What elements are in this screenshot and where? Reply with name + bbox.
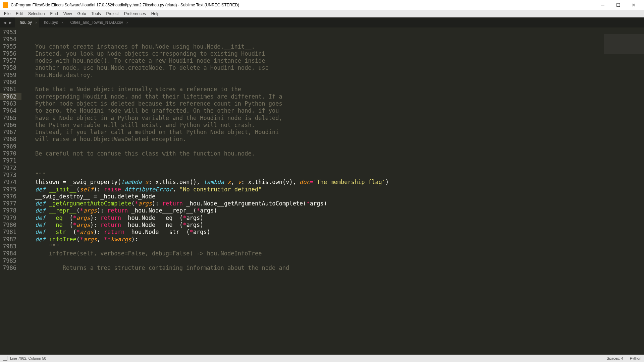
syntax-setting[interactable]: Python: [630, 356, 641, 360]
line-number[interactable]: 7976: [3, 193, 16, 200]
menu-file[interactable]: File: [1, 11, 13, 17]
minimize-button[interactable]: ─: [595, 0, 610, 10]
line-number[interactable]: 7956: [3, 50, 16, 57]
code-line[interactable]: Be careful not to confuse this class wit…: [21, 150, 604, 157]
code-line[interactable]: Python node object is deleted because it…: [21, 100, 604, 107]
menu-edit[interactable]: Edit: [13, 11, 25, 17]
menu-preferences[interactable]: Preferences: [121, 11, 149, 17]
line-number[interactable]: 7974: [3, 179, 16, 186]
line-number[interactable]: 7960: [3, 79, 16, 86]
line-number[interactable]: 7979: [3, 215, 16, 222]
status-panel-icon[interactable]: [3, 356, 7, 361]
line-number-gutter[interactable]: 7953795479557956795779587959796079617962…: [0, 27, 21, 355]
line-number[interactable]: 7970: [3, 150, 16, 157]
code-line[interactable]: corresponding Houdini node, and that the…: [21, 93, 604, 100]
menu-help[interactable]: Help: [149, 11, 162, 17]
menu-view[interactable]: View: [61, 11, 75, 17]
maximize-button[interactable]: ☐: [610, 0, 626, 10]
line-number[interactable]: 7968: [3, 136, 16, 143]
line-number[interactable]: 7973: [3, 172, 16, 179]
tab-close-icon[interactable]: ×: [61, 20, 63, 24]
code-line[interactable]: the Python variable will still exist, an…: [21, 122, 604, 129]
code-line[interactable]: to zero, the Houdini node will be unaffe…: [21, 107, 604, 114]
line-number[interactable]: 7954: [3, 36, 16, 43]
tab-nav-back-icon[interactable]: ◀: [2, 20, 7, 25]
line-number[interactable]: 7972: [3, 165, 16, 172]
code-line[interactable]: [21, 79, 604, 86]
code-line[interactable]: """: [21, 243, 604, 250]
line-number[interactable]: 7977: [3, 200, 16, 207]
code-line[interactable]: will raise a hou.ObjectWasDeleted except…: [21, 136, 604, 143]
tab-nav-forward-icon[interactable]: ▶: [7, 20, 13, 25]
code-line[interactable]: def __init__(self): raise AttributeError…: [21, 186, 604, 193]
code-line[interactable]: [21, 157, 604, 164]
code-line[interactable]: infoTree(self, verbose=False, debug=Fals…: [21, 250, 604, 257]
window-controls: ─ ☐ ✕: [595, 0, 641, 10]
line-number[interactable]: 7963: [3, 100, 16, 107]
line-number[interactable]: 7982: [3, 236, 16, 243]
code-line[interactable]: Note that a Node object internally store…: [21, 86, 604, 93]
code-line[interactable]: thisown = _swig_property(lambda x: x.thi…: [21, 179, 604, 186]
menu-project[interactable]: Project: [104, 11, 121, 17]
line-number[interactable]: 7966: [3, 122, 16, 129]
code-line[interactable]: another node, use hou.Node.createNode. T…: [21, 64, 604, 71]
line-number[interactable]: 7985: [3, 257, 16, 264]
line-number[interactable]: 7958: [3, 64, 16, 71]
line-number[interactable]: 7971: [3, 157, 16, 164]
tab-cities-csv[interactable]: Cities_and_Towns_NTAD.csv ×: [66, 17, 130, 27]
line-number[interactable]: 7959: [3, 72, 16, 79]
code-line[interactable]: def _getArgumentAutoComplete(*args): ret…: [21, 200, 604, 207]
line-number[interactable]: 7953: [3, 29, 16, 36]
line-number[interactable]: 7967: [3, 129, 16, 136]
code-line[interactable]: [21, 143, 604, 150]
code-editor[interactable]: You cannot create instances of hou.Node …: [21, 27, 604, 355]
code-line[interactable]: def __str__(*args): return _hou.Node___s…: [21, 229, 604, 236]
line-number[interactable]: 7986: [3, 264, 16, 272]
code-line[interactable]: def infoTree(*args, **kwargs):: [21, 236, 604, 243]
code-line[interactable]: [21, 165, 604, 172]
tab-close-icon[interactable]: ×: [35, 20, 37, 24]
code-line[interactable]: def __repr__(*args): return _hou.Node___…: [21, 207, 604, 214]
close-button[interactable]: ✕: [626, 0, 641, 10]
line-number[interactable]: 7983: [3, 243, 16, 250]
minimap-viewport[interactable]: [604, 34, 644, 54]
tab-hou-py[interactable]: hou.py ×: [15, 17, 39, 27]
indent-setting[interactable]: Spaces: 4: [607, 356, 623, 360]
menu-goto[interactable]: Goto: [75, 11, 89, 17]
menu-tools[interactable]: Tools: [89, 11, 104, 17]
menu-selection[interactable]: Selection: [25, 11, 47, 17]
line-number[interactable]: 7957: [3, 57, 16, 64]
code-line[interactable]: hou.Node.destroy.: [21, 72, 604, 79]
line-number[interactable]: 7980: [3, 222, 16, 229]
line-number[interactable]: 7965: [3, 115, 16, 122]
code-line[interactable]: def __eq__(*args): return _hou.Node___eq…: [21, 215, 604, 222]
minimap[interactable]: [604, 27, 644, 355]
code-line[interactable]: __swig_destroy__ = _hou.delete_Node: [21, 193, 604, 200]
line-number[interactable]: 7961: [3, 86, 16, 93]
line-number[interactable]: 7975: [3, 186, 16, 193]
code-line[interactable]: Instead, you look up Node objects corres…: [21, 50, 604, 57]
line-number[interactable]: 7984: [3, 250, 16, 257]
menu-find[interactable]: Find: [47, 11, 60, 17]
code-line[interactable]: have a Node object in a Python variable …: [21, 115, 604, 122]
code-line[interactable]: [21, 257, 604, 264]
window-title: C:\Program Files\Side Effects Software\H…: [11, 3, 595, 7]
code-line[interactable]: nodes with hou.node(). To create a new H…: [21, 57, 604, 64]
code-line[interactable]: Instead, if you later call a method on t…: [21, 129, 604, 136]
code-line[interactable]: Returns a tree structure containing info…: [21, 264, 604, 272]
code-line[interactable]: You cannot create instances of hou.Node …: [21, 43, 604, 50]
code-line[interactable]: [21, 36, 604, 43]
code-line[interactable]: [21, 29, 604, 36]
tab-hou-pyd[interactable]: hou.pyd ×: [39, 17, 66, 27]
text-cursor: [221, 165, 221, 171]
code-line[interactable]: """: [21, 172, 604, 179]
cursor-position[interactable]: Line 7962, Column 50: [10, 356, 46, 360]
tab-close-icon[interactable]: ×: [126, 20, 128, 24]
line-number[interactable]: 7978: [3, 207, 16, 214]
line-number[interactable]: 7969: [3, 143, 16, 150]
line-number[interactable]: 7964: [3, 107, 16, 114]
line-number[interactable]: 7955: [3, 43, 16, 50]
line-number[interactable]: 7962: [0, 93, 21, 100]
code-line[interactable]: def __ne__(*args): return _hou.Node___ne…: [21, 222, 604, 229]
line-number[interactable]: 7981: [3, 229, 16, 236]
